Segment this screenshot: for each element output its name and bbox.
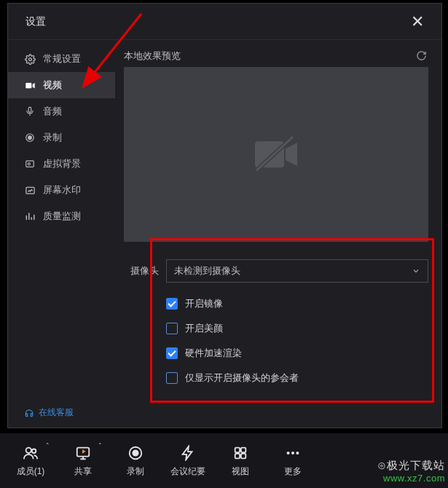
dialog-header: 设置 ✕ xyxy=(8,4,441,40)
sidebar-item-label: 录制 xyxy=(43,131,62,144)
toolbar-label: 成员(1) xyxy=(17,465,45,478)
svg-point-22 xyxy=(291,452,294,454)
svg-point-4 xyxy=(28,136,32,140)
sidebar-item-label: 视频 xyxy=(43,79,62,92)
online-support-link[interactable]: 在线客服 xyxy=(24,406,74,419)
camera-select[interactable]: 未检测到摄像头 xyxy=(166,259,428,283)
more-icon xyxy=(284,444,302,463)
svg-rect-8 xyxy=(255,141,284,168)
record-icon xyxy=(127,444,144,463)
option-hw-accel[interactable]: 硬件加速渲染 xyxy=(166,347,428,360)
sidebar-item-record[interactable]: 录制 xyxy=(8,125,115,151)
camera-select-value: 未检测到摄像头 xyxy=(174,264,240,278)
svg-rect-2 xyxy=(28,107,31,112)
camera-label: 摄像头 xyxy=(124,264,159,278)
option-camera-only[interactable]: 仅显示开启摄像头的参会者 xyxy=(166,371,428,385)
settings-sidebar: 常规设置 视频 音频 录制 xyxy=(8,40,115,428)
grid-icon xyxy=(232,444,248,463)
stats-icon xyxy=(24,211,36,221)
svg-point-16 xyxy=(133,450,138,455)
toolbar-view[interactable]: 视图 xyxy=(214,444,267,478)
camera-off-icon xyxy=(251,135,302,173)
virtual-bg-icon xyxy=(24,159,36,169)
mic-icon xyxy=(24,106,36,117)
watermark-line2: www.xz7.com xyxy=(377,473,445,484)
sidebar-item-virtual-bg[interactable]: 虚拟背景 xyxy=(8,151,115,177)
sidebar-item-video[interactable]: 视频 xyxy=(8,72,115,98)
sidebar-item-quality[interactable]: 质量监测 xyxy=(8,203,115,229)
dialog-title: 设置 xyxy=(25,15,46,28)
video-options: 开启镜像 开启美颜 硬件加速渲染 仅显示开启摄像头的参会者 xyxy=(166,297,428,385)
record-icon xyxy=(24,133,36,143)
watermark-icon xyxy=(24,185,36,196)
rotate-icon[interactable] xyxy=(414,49,428,63)
chevron-up-icon: ˄ xyxy=(46,442,50,449)
option-beauty[interactable]: 开启美颜 xyxy=(166,322,428,335)
option-label: 仅显示开启摄像头的参会者 xyxy=(185,371,299,385)
toolbar-record[interactable]: 录制 xyxy=(109,444,162,478)
checkbox-hw-accel[interactable] xyxy=(166,347,178,359)
sidebar-item-audio[interactable]: 音频 xyxy=(8,98,115,125)
svg-rect-7 xyxy=(25,187,34,194)
sidebar-item-label: 质量监测 xyxy=(43,210,81,223)
svg-rect-17 xyxy=(235,448,240,452)
toolbar-label: 会议纪要 xyxy=(170,465,205,478)
toolbar-members[interactable]: ˄ 成员(1) xyxy=(4,444,57,478)
toolbar-label: 视图 xyxy=(232,465,249,478)
chevron-up-icon: ˄ xyxy=(98,442,102,449)
option-mirror[interactable]: 开启镜像 xyxy=(166,297,428,310)
video-preview xyxy=(124,67,428,242)
checkbox-beauty[interactable] xyxy=(166,323,178,334)
watermark-line1: ⊙极光下载站 xyxy=(377,459,445,473)
members-icon xyxy=(22,444,39,463)
gear-icon xyxy=(24,54,36,65)
dialog-body: 常规设置 视频 音频 录制 xyxy=(8,40,441,428)
svg-point-6 xyxy=(28,163,30,165)
svg-rect-18 xyxy=(241,448,245,452)
sidebar-item-label: 音频 xyxy=(43,105,62,118)
toolbar-label: 更多 xyxy=(284,465,302,478)
toolbar-label: 共享 xyxy=(74,465,92,478)
toolbar-label: 录制 xyxy=(127,465,144,478)
checkbox-camera-only[interactable] xyxy=(166,372,178,384)
svg-point-13 xyxy=(32,449,36,454)
close-button[interactable]: ✕ xyxy=(406,9,428,34)
preview-header: 本地效果预览 xyxy=(124,49,428,63)
sidebar-item-label: 虚拟背景 xyxy=(43,157,81,170)
checkbox-mirror[interactable] xyxy=(166,298,178,310)
settings-dialog: 设置 ✕ 常规设置 视频 音频 xyxy=(7,3,442,428)
svg-point-23 xyxy=(296,452,299,454)
share-icon xyxy=(74,444,92,463)
toolbar-meeting-notes[interactable]: 会议纪要 xyxy=(162,444,214,478)
preview-label: 本地效果预览 xyxy=(124,50,181,63)
site-watermark: ⊙极光下载站 www.xz7.com xyxy=(377,459,445,484)
chevron-down-icon xyxy=(412,267,420,275)
option-label: 开启美颜 xyxy=(185,322,223,335)
svg-point-0 xyxy=(28,58,31,60)
sidebar-item-label: 屏幕水印 xyxy=(43,184,81,197)
svg-rect-20 xyxy=(241,454,245,458)
sidebar-item-label: 常规设置 xyxy=(43,52,81,66)
sidebar-item-general[interactable]: 常规设置 xyxy=(8,46,115,72)
sidebar-footer-label: 在线客服 xyxy=(39,406,74,419)
svg-point-21 xyxy=(287,452,290,454)
bottom-toolbar: ˄ 成员(1) ˄ 共享 录制 会议纪要 视图 更多 ⊙极 xyxy=(0,433,448,488)
sidebar-item-watermark[interactable]: 屏幕水印 xyxy=(8,177,115,203)
bolt-icon xyxy=(180,444,196,463)
svg-rect-1 xyxy=(25,82,31,88)
settings-content: 本地效果预览 摄像头 未检测到摄像头 xyxy=(115,40,441,428)
camera-select-row: 摄像头 未检测到摄像头 xyxy=(124,259,428,283)
svg-rect-19 xyxy=(235,454,240,458)
headset-icon xyxy=(24,408,34,418)
toolbar-share[interactable]: ˄ 共享 xyxy=(57,444,109,478)
svg-point-12 xyxy=(26,448,31,453)
option-label: 硬件加速渲染 xyxy=(185,347,242,360)
option-label: 开启镜像 xyxy=(185,297,223,310)
toolbar-more[interactable]: 更多 xyxy=(267,444,319,478)
video-icon xyxy=(24,80,36,91)
